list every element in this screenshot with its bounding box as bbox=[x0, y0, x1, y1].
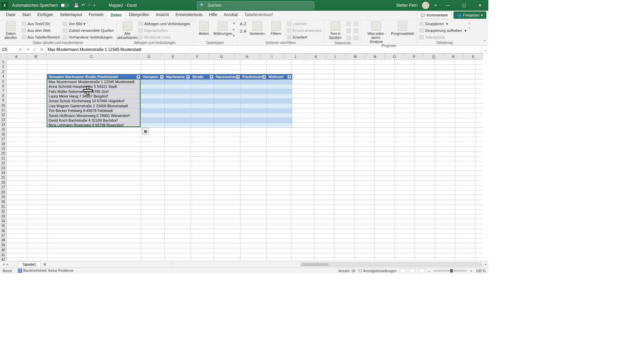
coming-soon-icon[interactable]: ✧ bbox=[434, 3, 437, 8]
cell-empty[interactable] bbox=[241, 89, 267, 94]
row-header-41[interactable]: 41 bbox=[0, 253, 6, 257]
hide-detail-icon[interactable]: ▿ bbox=[469, 26, 471, 30]
refresh-all-button[interactable]: Alle aktualisieren bbox=[119, 21, 136, 40]
cell-data[interactable]: Nina Lehmann Rosenweg 9 56789 Rosendorf bbox=[47, 123, 141, 127]
advanced-filter[interactable]: Erweitert bbox=[286, 34, 322, 40]
from-web[interactable]: Aus dem Web bbox=[21, 27, 61, 34]
from-text-csv[interactable]: Aus Text/CSV bbox=[21, 21, 61, 27]
share-button[interactable]: 👥 Freigeben ▾ bbox=[453, 11, 486, 19]
search-box[interactable]: 🔍 Suchen bbox=[197, 1, 314, 9]
col-header-P[interactable]: P bbox=[405, 54, 424, 59]
tab-entwicklertools[interactable]: Entwicklertools bbox=[172, 11, 206, 20]
cell-data[interactable]: Max Mustermann Musterstraße 1 12345 Must… bbox=[47, 79, 141, 84]
tab-nav-prev-icon[interactable]: ◂ bbox=[3, 262, 5, 266]
get-data-button[interactable]: Daten abrufen bbox=[2, 21, 19, 40]
tab-seitenlayout[interactable]: Seitenlayout bbox=[57, 11, 86, 20]
cell-empty[interactable] bbox=[214, 113, 241, 118]
tab-einfügen[interactable]: Einfügen bbox=[34, 11, 56, 20]
cell-data[interactable]: David Koch Bachstraße 4 32109 Bachdorf bbox=[47, 118, 141, 123]
cell-empty[interactable] bbox=[241, 104, 267, 108]
cell-empty[interactable] bbox=[141, 99, 165, 103]
zoom-slider[interactable] bbox=[433, 270, 467, 272]
filter-dropdown-icon[interactable]: ▼ bbox=[262, 75, 266, 79]
cell-data[interactable]: Felix Müller Nebenweg 3 98765 Dorf bbox=[47, 89, 141, 94]
flash-fill[interactable] bbox=[345, 21, 352, 27]
row-header-17[interactable]: 17 bbox=[0, 137, 6, 141]
row-header-8[interactable]: 8 bbox=[0, 94, 6, 98]
ungroup-rows[interactable]: Gruppierung aufheben ▾ bbox=[419, 27, 467, 34]
col-header-E[interactable]: E bbox=[160, 54, 186, 59]
row-header-16[interactable]: 16 bbox=[0, 132, 6, 137]
row-header-27[interactable]: 27 bbox=[0, 185, 6, 190]
tab-formeln[interactable]: Formeln bbox=[86, 11, 107, 20]
remove-duplicates[interactable] bbox=[345, 28, 352, 34]
collapse-ribbon-icon[interactable]: ⌃ bbox=[483, 39, 486, 44]
col-header-S[interactable]: S bbox=[463, 54, 483, 59]
view-page-layout-button[interactable] bbox=[409, 268, 415, 273]
tab-daten[interactable]: Daten bbox=[107, 11, 125, 20]
cell-empty[interactable] bbox=[141, 118, 165, 123]
comments-button[interactable]: 💬 Kommentare bbox=[417, 11, 451, 19]
col-header-N[interactable]: N bbox=[365, 54, 385, 59]
cell-empty[interactable] bbox=[141, 123, 165, 127]
cell-empty[interactable] bbox=[165, 99, 191, 103]
row-header-28[interactable]: 28 bbox=[0, 190, 6, 195]
col-header-F[interactable]: F bbox=[186, 54, 209, 59]
row-header-5[interactable]: 5 bbox=[0, 79, 6, 84]
tab-datei[interactable]: Datei bbox=[3, 11, 19, 20]
datatype-more-icon[interactable]: ▾ bbox=[233, 34, 235, 38]
from-picture[interactable]: Von Bild ▾ bbox=[62, 21, 114, 27]
cell-empty[interactable] bbox=[241, 123, 267, 127]
queries-connections[interactable]: Abfragen und Verbindungen bbox=[138, 21, 191, 27]
cell-empty[interactable] bbox=[191, 79, 214, 84]
table-row[interactable]: Lisa Wagner Gartenstraße 2 23456 Blumens… bbox=[47, 104, 292, 108]
tab-nav-next-icon[interactable]: ▸ bbox=[7, 262, 9, 266]
cell-data[interactable]: Lisa Wagner Gartenstraße 2 23456 Blumens… bbox=[47, 104, 141, 108]
table-header-combined[interactable]: Vorname Nachname Straße Postleitzahl▼ bbox=[47, 74, 141, 79]
add-sheet-button[interactable]: ⊕ bbox=[43, 262, 46, 266]
forecast-sheet-button[interactable]: Prognoseblatt bbox=[391, 21, 414, 36]
table-row[interactable]: Felix Müller Nebenweg 3 98765 Dorf bbox=[47, 89, 292, 94]
cell-empty[interactable] bbox=[267, 123, 292, 127]
table-row[interactable]: Sarah Hoffmann Wiesenweg 6 78901 Wiesend… bbox=[47, 113, 292, 118]
tab-ansicht[interactable]: Ansicht bbox=[152, 11, 172, 20]
cell-empty[interactable] bbox=[191, 94, 214, 99]
view-normal-button[interactable] bbox=[400, 268, 406, 273]
cell-empty[interactable] bbox=[191, 113, 214, 118]
filter-dropdown-icon[interactable]: ▼ bbox=[137, 75, 140, 79]
row-header-32[interactable]: 32 bbox=[0, 209, 6, 214]
cell-empty[interactable] bbox=[165, 104, 191, 108]
table-header-nachname[interactable]: Nachname▼ bbox=[165, 74, 191, 79]
cell-empty[interactable] bbox=[241, 94, 267, 99]
sort-button[interactable]: Sortieren bbox=[249, 21, 266, 36]
cell-empty[interactable] bbox=[141, 94, 165, 99]
cell-empty[interactable] bbox=[141, 89, 165, 94]
row-header-9[interactable]: 9 bbox=[0, 98, 6, 103]
worksheet[interactable]: ABCDEFGHIJKLMNOPQRS 12345678910111213141… bbox=[0, 54, 488, 261]
cell-data[interactable]: Sarah Hoffmann Wiesenweg 6 78901 Wiesend… bbox=[47, 113, 141, 118]
data-validation[interactable] bbox=[345, 35, 352, 41]
fx-icon[interactable]: fx bbox=[40, 47, 43, 52]
cell-empty[interactable] bbox=[267, 108, 292, 113]
row-header-36[interactable]: 36 bbox=[0, 229, 6, 233]
cell-empty[interactable] bbox=[241, 79, 267, 84]
autosave-toggle[interactable] bbox=[60, 3, 70, 8]
zoom-out-button[interactable]: – bbox=[428, 269, 430, 273]
cell-empty[interactable] bbox=[165, 118, 191, 123]
col-header-L[interactable]: L bbox=[326, 54, 346, 59]
cell-empty[interactable] bbox=[165, 113, 191, 118]
tab-acrobat[interactable]: Acrobat bbox=[221, 11, 241, 20]
horizontal-scrollbar[interactable] bbox=[301, 262, 482, 266]
recent-sources[interactable]: Zuletzt verwendete Quellen bbox=[62, 27, 114, 34]
cell-empty[interactable] bbox=[267, 113, 292, 118]
cell-data[interactable]: Tim Becker Feldweg 8 45678 Feldstadt bbox=[47, 108, 141, 113]
view-page-break-button[interactable] bbox=[419, 268, 425, 273]
table-row[interactable]: David Koch Bachstraße 4 32109 Bachdorf bbox=[47, 118, 292, 123]
cell-empty[interactable] bbox=[191, 123, 214, 127]
row-header-2[interactable]: 2 bbox=[0, 64, 6, 69]
table-header-postleitzahl[interactable]: Postleitzahl▼ bbox=[241, 74, 267, 79]
cell-empty[interactable] bbox=[267, 104, 292, 108]
table-header-straße[interactable]: Straße▼ bbox=[191, 74, 214, 79]
cell-empty[interactable] bbox=[165, 84, 191, 89]
filter-dropdown-icon[interactable]: ▼ bbox=[186, 75, 190, 79]
